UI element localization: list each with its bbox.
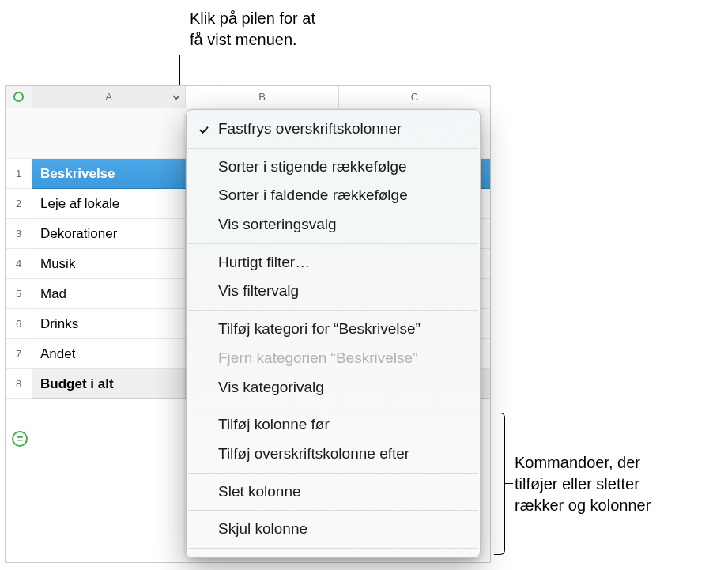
- menu-item-show-category-options[interactable]: Vis kategorivalg: [187, 373, 480, 402]
- menu-item-label: Tilføj kolonne før: [218, 416, 330, 432]
- menu-item-label: Sorter i stigende rækkefølge: [218, 158, 407, 175]
- menu-item-label: Hurtigt filter…: [218, 254, 310, 270]
- table-cell[interactable]: Drinks: [32, 309, 186, 338]
- menu-item-label: Tilføj overskriftskolonne efter: [218, 445, 409, 462]
- row-number[interactable]: 1: [6, 159, 32, 189]
- table-cell[interactable]: Dekorationer: [32, 219, 186, 248]
- row-number[interactable]: 4: [6, 249, 32, 279]
- menu-item-label: Fjern kategorien “Beskrivelse”: [218, 349, 417, 366]
- menu-item-label: Vis kategorivalg: [218, 379, 324, 395]
- menu-item-hide-column[interactable]: Skjul kolonne: [187, 515, 480, 544]
- row-number-gutter: 1 2 3 4 5 6 7 8: [6, 159, 32, 399]
- callout-right-bracket: [494, 413, 505, 555]
- table-corner-handle[interactable]: [6, 86, 32, 108]
- menu-item-label: Tilføj kategori for “Beskrivelse”: [218, 320, 421, 337]
- column-header-label: B: [258, 91, 266, 103]
- menu-item-label: Vis filtervalg: [218, 282, 299, 299]
- menu-item-freeze-header-columns[interactable]: Fastfrys overskriftskolonner: [187, 115, 480, 144]
- menu-item-label: Fastfrys overskriftskolonner: [218, 120, 402, 137]
- callout-right-tick: [505, 483, 513, 484]
- menu-item-add-category[interactable]: Tilføj kategori for “Beskrivelse”: [187, 315, 480, 344]
- row-number[interactable]: 5: [6, 279, 32, 309]
- menu-item-show-sort-options[interactable]: Vis sorteringsvalg: [187, 210, 480, 240]
- menu-item-show-filter-options[interactable]: Vis filtervalg: [187, 277, 480, 306]
- row-number[interactable]: 7: [6, 339, 32, 369]
- checkmark-icon: [198, 123, 210, 135]
- menu-item-sort-descending[interactable]: Sorter i faldende rækkefølge: [187, 181, 480, 210]
- callout-top: Klik på pilen for atfå vist menuen.: [190, 8, 315, 51]
- plus-icon: =: [17, 433, 23, 444]
- column-header-label: C: [411, 91, 418, 103]
- row-number[interactable]: 2: [6, 189, 32, 219]
- column-header-bar: A B C: [32, 86, 490, 108]
- column-header-B[interactable]: B: [186, 86, 339, 108]
- menu-item-add-column-before[interactable]: Tilføj kolonne før: [187, 410, 480, 440]
- menu-item-label: Sorter i faldende rækkefølge: [218, 187, 408, 203]
- menu-separator: [188, 243, 478, 244]
- row-number[interactable]: 6: [6, 309, 32, 339]
- chevron-down-icon[interactable]: [171, 92, 182, 103]
- menu-item-sort-ascending[interactable]: Sorter i stigende rækkefølge: [187, 153, 480, 182]
- column-header-A[interactable]: A: [32, 86, 186, 108]
- table-cell[interactable]: Mad: [32, 279, 186, 308]
- corner-circle-icon: [13, 92, 24, 102]
- row-number[interactable]: 8: [6, 369, 32, 399]
- menu-separator: [188, 510, 478, 511]
- menu-separator: [188, 406, 478, 406]
- menu-item-add-header-column-after[interactable]: Tilføj overskriftskolonne efter: [187, 440, 480, 469]
- callout-right: Kommandoer, dertilføjer eller sletterræk…: [515, 452, 651, 516]
- column-header-label: A: [105, 91, 112, 103]
- menu-separator: [188, 548, 478, 549]
- menu-item-label: Skjul kolonne: [218, 520, 307, 537]
- menu-item-quick-filter[interactable]: Hurtigt filter…: [187, 248, 480, 277]
- table-footer-cell[interactable]: Budget i alt: [32, 369, 186, 398]
- menu-item-label: Slet kolonne: [218, 483, 301, 500]
- add-row-button[interactable]: =: [12, 431, 28, 447]
- menu-separator: [188, 310, 478, 311]
- table-cell[interactable]: Musik: [32, 249, 186, 278]
- table-cell[interactable]: Leje af lokale: [32, 189, 186, 218]
- menu-item-remove-category: Fjern kategorien “Beskrivelse”: [187, 344, 480, 373]
- menu-item-delete-column[interactable]: Slet kolonne: [187, 478, 480, 507]
- row-number[interactable]: 3: [6, 219, 32, 249]
- menu-separator: [188, 473, 478, 474]
- column-header-C[interactable]: C: [339, 86, 490, 108]
- menu-separator: [188, 148, 478, 149]
- table-header-cell[interactable]: Beskrivelse: [32, 159, 186, 188]
- menu-item-label: Vis sorteringsvalg: [218, 216, 337, 232]
- ruler-shade: [6, 108, 32, 159]
- table-cell[interactable]: Andet: [32, 339, 186, 368]
- column-context-menu: Fastfrys overskriftskolonner Sorter i st…: [186, 109, 481, 558]
